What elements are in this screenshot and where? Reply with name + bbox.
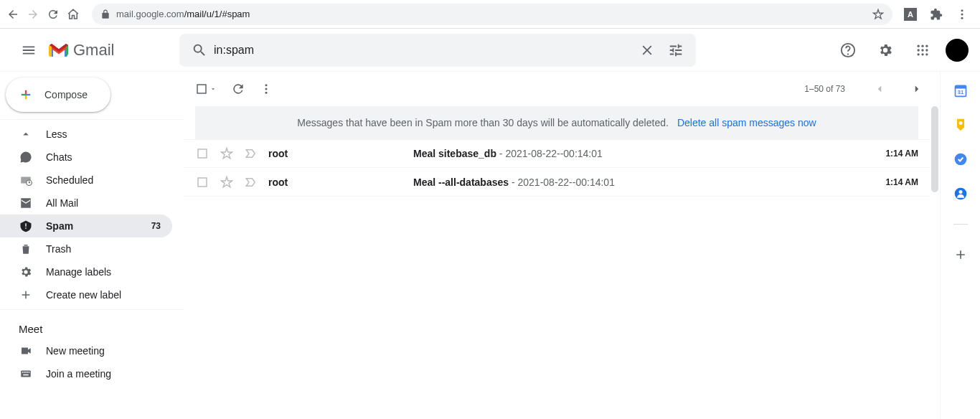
sidebar-label: Scheduled	[46, 174, 93, 186]
sidebar-label: Trash	[46, 243, 71, 255]
apps-button[interactable]	[908, 36, 937, 65]
sidebar-item-spam[interactable]: Spam 73	[0, 215, 172, 237]
chat-icon	[19, 151, 33, 164]
lock-icon	[100, 9, 110, 19]
checkbox-icon[interactable]	[195, 176, 209, 189]
mail-row[interactable]: rootMeal sitebase_db - 2021-08-22--00:14…	[184, 139, 930, 168]
mail-row[interactable]: rootMeal --all-databases - 2021-08-22--0…	[184, 168, 930, 197]
search-input[interactable]	[214, 44, 633, 57]
sidebar-label: Manage labels	[46, 266, 111, 278]
svg-rect-15	[21, 371, 31, 377]
keep-icon[interactable]	[953, 118, 968, 132]
settings-button[interactable]	[871, 36, 900, 65]
account-avatar[interactable]	[946, 39, 969, 62]
gear-icon	[19, 265, 33, 278]
contacts-icon[interactable]	[953, 187, 968, 201]
chevron-left-icon	[873, 83, 886, 95]
svg-rect-29	[955, 85, 966, 88]
checkbox-icon	[195, 83, 208, 95]
next-page-button[interactable]	[905, 77, 928, 100]
select-all-checkbox[interactable]	[195, 83, 217, 95]
sidebar-label: New meeting	[46, 345, 105, 357]
mail-subject: Meal sitebase_db - 2021-08-22--00:14:01	[413, 148, 867, 159]
tasks-icon[interactable]	[953, 152, 968, 166]
important-icon[interactable]	[244, 176, 258, 189]
mail-time: 1:14 AM	[885, 149, 918, 159]
back-icon[interactable]	[6, 7, 20, 22]
sidebar-label: Chats	[46, 151, 72, 163]
important-icon[interactable]	[244, 147, 258, 160]
search-options-button[interactable]	[661, 42, 690, 58]
extensions-icon[interactable]	[930, 8, 943, 21]
more-vert-icon	[260, 83, 273, 95]
svg-rect-18	[25, 372, 27, 373]
sidebar-item-scheduled[interactable]: Scheduled	[0, 169, 172, 192]
star-icon[interactable]	[872, 9, 884, 20]
mail-sender: root	[268, 176, 403, 188]
svg-point-10	[918, 53, 920, 55]
spam-count: 73	[151, 221, 161, 231]
delete-all-spam-link[interactable]: Delete all spam messages now	[677, 117, 816, 128]
more-button[interactable]	[260, 83, 273, 95]
svg-point-25	[265, 92, 268, 94]
sidebar-item-manage-labels[interactable]: Manage labels	[0, 260, 172, 283]
chevron-down-icon	[209, 85, 217, 93]
trash-icon	[19, 243, 33, 255]
svg-rect-27	[198, 178, 207, 187]
home-icon[interactable]	[66, 7, 80, 22]
add-panel-icon[interactable]	[953, 248, 968, 262]
svg-point-0	[961, 9, 963, 11]
tune-icon	[668, 42, 684, 58]
sidebar-item-allmail[interactable]: All Mail	[0, 192, 172, 215]
extension-a-icon[interactable]: A	[904, 8, 917, 21]
reload-icon[interactable]	[46, 7, 60, 22]
sidebar-label: All Mail	[46, 197, 78, 209]
meet-section-header: Meet	[0, 313, 184, 339]
svg-point-4	[918, 44, 920, 47]
main-menu-button[interactable]	[11, 33, 46, 67]
prev-page-button	[868, 77, 891, 100]
logo-text: Gmail	[73, 41, 114, 60]
svg-point-1	[961, 13, 963, 15]
scroll-thumb[interactable]	[931, 106, 938, 192]
star-icon[interactable]	[220, 176, 234, 189]
svg-point-12	[925, 53, 928, 55]
sidebar: Compose Less Chats Scheduled All Mail Sp…	[0, 72, 184, 419]
svg-point-8	[921, 49, 923, 51]
banner-text: Messages that have been in Spam more tha…	[297, 117, 669, 128]
search-button[interactable]	[185, 42, 214, 58]
panel-separator	[953, 224, 968, 225]
sidebar-item-trash[interactable]: Trash	[0, 237, 172, 260]
svg-point-31	[958, 121, 962, 125]
apps-icon	[915, 43, 930, 57]
gmail-header: Gmail	[0, 29, 980, 72]
forward-icon	[26, 7, 40, 22]
sidebar-item-join-meeting[interactable]: Join a meeting	[0, 362, 172, 385]
svg-rect-26	[198, 149, 207, 158]
svg-point-7	[918, 49, 920, 51]
svg-point-9	[925, 49, 928, 51]
svg-point-6	[925, 44, 928, 47]
gmail-logo[interactable]: Gmail	[46, 41, 179, 60]
sidebar-item-new-meeting[interactable]: New meeting	[0, 339, 172, 362]
sidebar-item-create-label[interactable]: Create new label	[0, 283, 172, 306]
clear-search-button[interactable]	[633, 42, 661, 58]
gmail-logo-icon	[49, 42, 69, 58]
sidebar-item-chats[interactable]: Chats	[0, 146, 172, 169]
checkbox-icon[interactable]	[195, 147, 209, 160]
side-panel: 31	[940, 72, 980, 419]
compose-button[interactable]: Compose	[6, 77, 110, 112]
mail-icon	[19, 197, 33, 210]
star-icon[interactable]	[220, 147, 234, 160]
sidebar-item-less[interactable]: Less	[0, 123, 172, 146]
scrollbar[interactable]	[930, 106, 940, 197]
address-bar[interactable]: mail.google.com/mail/u/1/#spam	[92, 4, 892, 25]
calendar-icon[interactable]: 31	[953, 83, 968, 98]
svg-point-24	[265, 88, 268, 90]
svg-point-5	[921, 44, 923, 47]
refresh-button[interactable]	[231, 82, 245, 96]
support-button[interactable]	[834, 36, 862, 65]
svg-text:31: 31	[957, 89, 963, 95]
spam-icon	[19, 220, 33, 232]
browser-menu-icon[interactable]	[956, 8, 969, 21]
